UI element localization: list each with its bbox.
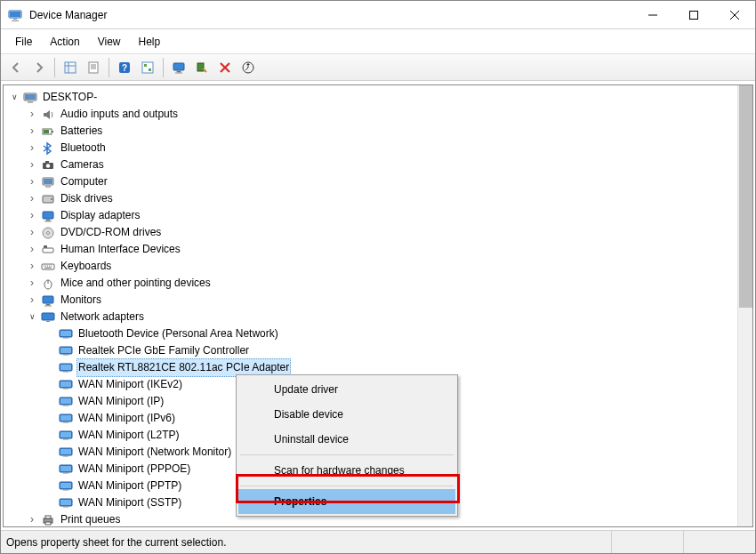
svg-rect-39	[60, 365, 71, 370]
camera-icon	[41, 158, 55, 173]
expand-arrow-icon[interactable]: ›	[25, 123, 39, 140]
tree-node-network-adapters[interactable]: ∨Network adapters	[4, 309, 752, 325]
window-controls	[632, 1, 755, 28]
tree-label: WAN Miniport (PPPOE)	[76, 460, 192, 478]
tree-label: WAN Miniport (IP)	[76, 392, 165, 411]
svg-rect-43	[60, 398, 71, 404]
menu-help[interactable]: Help	[130, 32, 170, 52]
tree-node-cameras[interactable]: ›Cameras	[4, 157, 752, 173]
svg-rect-25	[43, 212, 53, 219]
expand-arrow-icon[interactable]: ›	[25, 190, 39, 207]
svg-rect-35	[60, 331, 71, 336]
mouse-icon	[41, 277, 55, 291]
disk-icon	[41, 192, 55, 206]
tree-node-realtek-pcie-gbe-family-contro[interactable]: Realtek PCIe GbE Family Controller	[4, 342, 752, 359]
ctx-separator	[240, 486, 454, 486]
tree-label: Audio inputs and outputs	[59, 105, 180, 124]
tree-label: Cameras	[59, 156, 106, 174]
tree-node-bluetooth-device-personal-area[interactable]: Bluetooth Device (Personal Area Network)	[4, 325, 752, 342]
expand-arrow-icon[interactable]: ›	[25, 207, 39, 224]
network-adapter-icon	[59, 395, 73, 409]
toolbar-separator	[54, 58, 55, 77]
show-hide-tree-icon[interactable]	[60, 57, 81, 78]
tree-label: DVD/CD-ROM drives	[59, 223, 163, 242]
update-driver-icon[interactable]	[237, 57, 259, 78]
keyboard-icon	[41, 260, 55, 274]
tree-node-display-adapters[interactable]: ›Display adapters	[4, 207, 752, 224]
monitor-icon[interactable]	[168, 57, 189, 78]
computer-root-icon	[23, 91, 37, 105]
menu-bar: File Action View Help	[1, 29, 755, 54]
nav-back-icon[interactable]	[5, 57, 27, 78]
menu-action[interactable]: Action	[41, 32, 88, 52]
ctx-scan-hardware[interactable]: Scan for hardware changes	[238, 458, 455, 483]
tree-node-bluetooth[interactable]: ›Bluetooth	[4, 140, 752, 157]
expand-arrow-icon[interactable]: ›	[25, 106, 39, 123]
tree-label: Bluetooth	[59, 139, 108, 157]
tree-node-monitors[interactable]: ›Monitors	[4, 292, 752, 309]
expand-arrow-icon[interactable]: ›	[25, 511, 39, 526]
expand-arrow-icon[interactable]: ›	[25, 173, 39, 190]
ctx-disable-device[interactable]: Disable device	[238, 402, 455, 427]
delete-icon[interactable]	[214, 57, 236, 78]
minimize-button[interactable]	[632, 1, 673, 29]
ctx-properties[interactable]: Properties	[238, 489, 455, 514]
tree-label: WAN Miniport (SSTP)	[76, 494, 183, 512]
network-adapter-icon	[59, 446, 73, 460]
vertical-scrollbar[interactable]	[737, 85, 752, 526]
help-icon[interactable]: ?	[114, 57, 135, 78]
tree-node-root[interactable]: ∨DESKTOP-	[4, 89, 752, 106]
svg-rect-7	[142, 62, 153, 73]
status-separator	[683, 531, 684, 553]
menu-view[interactable]: View	[89, 32, 130, 52]
tree-node-human-interface-devices[interactable]: ›Human Interface Devices	[4, 241, 752, 258]
printer-icon	[41, 513, 55, 527]
tree-node-keyboards[interactable]: ›Keyboards	[4, 258, 752, 275]
tree-node-dvd-cd-rom-drives[interactable]: ›DVD/CD-ROM drives	[4, 224, 752, 241]
toolbar-separator	[109, 58, 109, 77]
tree-node-computer[interactable]: ›Computer	[4, 173, 752, 190]
options-icon[interactable]	[137, 57, 158, 78]
expand-arrow-icon[interactable]: ›	[25, 140, 39, 157]
expand-arrow-icon[interactable]: ›	[25, 275, 39, 292]
menu-file[interactable]: File	[6, 32, 41, 52]
tree-node-audio-inputs-and-outputs[interactable]: ›Audio inputs and outputs	[4, 106, 752, 123]
svg-rect-57	[45, 516, 51, 518]
tree-label: WAN Miniport (PPTP)	[76, 477, 183, 495]
svg-rect-4	[89, 62, 98, 73]
svg-point-24	[51, 198, 52, 200]
collapse-arrow-icon[interactable]: ∨	[25, 309, 39, 325]
network-adapter-icon	[59, 479, 73, 494]
expand-arrow-icon[interactable]: ›	[25, 292, 39, 309]
maximize-button[interactable]	[673, 1, 714, 29]
network-adapter-icon	[59, 361, 73, 375]
svg-point-19	[46, 164, 50, 167]
collapse-arrow-icon[interactable]: ∨	[7, 89, 21, 106]
tree-node-batteries[interactable]: ›Batteries	[4, 123, 752, 140]
scan-hardware-icon[interactable]	[191, 57, 213, 78]
svg-rect-47	[60, 432, 71, 438]
tree-label: WAN Miniport (L2TP)	[76, 426, 181, 445]
network-adapter-icon	[59, 378, 73, 392]
nav-forward-icon[interactable]	[28, 57, 50, 78]
svg-rect-33	[42, 313, 54, 320]
properties-icon[interactable]	[83, 57, 104, 78]
tree-node-mice-and-other-pointing-device[interactable]: ›Mice and other pointing devices	[4, 275, 752, 292]
expand-arrow-icon[interactable]: ›	[25, 157, 39, 173]
toolbar-separator	[163, 58, 164, 77]
ctx-uninstall-device[interactable]: Uninstall device	[238, 427, 455, 452]
network-adapter-icon	[59, 462, 73, 477]
close-button[interactable]	[714, 1, 755, 29]
svg-rect-29	[44, 245, 47, 248]
scroll-thumb[interactable]	[739, 85, 752, 308]
tree-label: Keyboards	[59, 257, 113, 276]
expand-arrow-icon[interactable]: ›	[25, 241, 39, 258]
ctx-update-driver[interactable]: Update driver	[238, 377, 455, 402]
network-adapter-icon	[59, 412, 73, 426]
tree-node-disk-drives[interactable]: ›Disk drives	[4, 190, 752, 207]
expand-arrow-icon[interactable]: ›	[25, 224, 39, 241]
tree-label: Realtek PCIe GbE Family Controller	[76, 341, 251, 360]
tree-label: WAN Miniport (Network Monitor)	[76, 443, 233, 462]
expand-arrow-icon[interactable]: ›	[25, 258, 39, 275]
svg-rect-20	[45, 161, 49, 163]
